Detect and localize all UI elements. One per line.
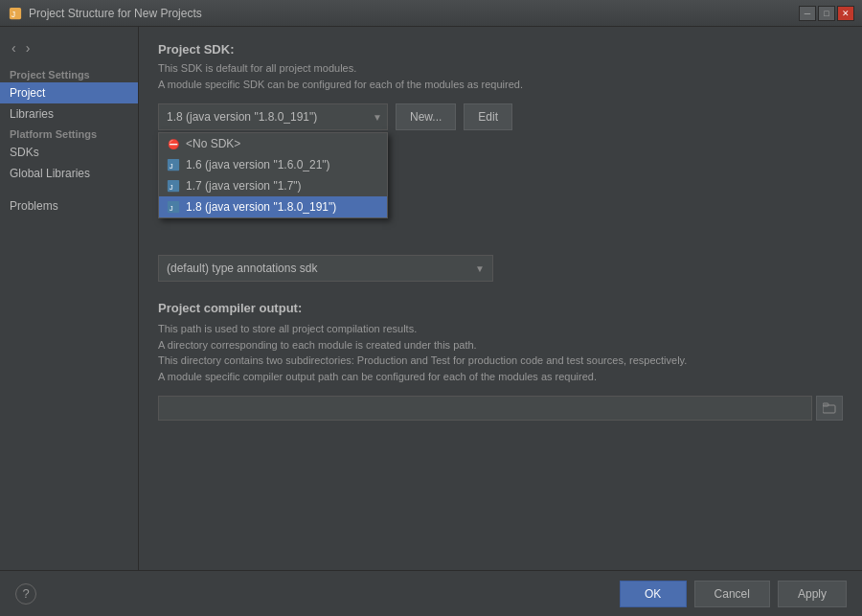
content-area: Project SDK: This SDK is default for all… [139, 27, 862, 570]
compiler-desc-3: This directory contains two subdirectori… [158, 353, 843, 369]
dropdown-arrow-icon: ▼ [373, 112, 382, 123]
close-button[interactable]: ✕ [837, 6, 854, 21]
back-button[interactable]: ‹ [8, 38, 20, 57]
browse-button[interactable] [816, 396, 843, 421]
compiler-path-input[interactable] [158, 396, 812, 421]
sdk-option-no-sdk[interactable]: ⛔ <No SDK> [159, 133, 387, 154]
compiler-desc-1: This path is used to store all project c… [158, 321, 843, 337]
dialog-buttons: OK Cancel Apply [620, 581, 847, 607]
sdk-option-16-label: 1.6 (java version "1.6.0_21") [186, 158, 330, 171]
java-18-icon: J [167, 200, 180, 214]
ok-button[interactable]: OK [620, 581, 687, 607]
sdk-option-18-label: 1.8 (java version "1.8.0_191") [186, 200, 336, 214]
nav-buttons: ‹ › [0, 34, 138, 65]
java-17-icon: J [167, 179, 180, 193]
sdk-desc-1: This SDK is default for all project modu… [158, 62, 356, 74]
compiler-desc: This path is used to store all project c… [158, 321, 843, 384]
help-button[interactable]: ? [15, 583, 36, 605]
sdk-section-title: Project SDK: [158, 42, 843, 57]
java-16-icon: J [167, 158, 180, 171]
forward-button[interactable]: › [22, 38, 34, 57]
sidebar-item-problems[interactable]: Problems [0, 195, 138, 217]
window-title: Project Structure for New Projects [29, 7, 799, 20]
title-bar: J Project Structure for New Projects ─ □… [0, 0, 862, 27]
compiler-section: Project compiler output: This path is us… [158, 301, 843, 421]
sdk-dropdown-container[interactable]: 1.8 (java version "1.8.0_191") ▼ ⛔ <No S… [158, 103, 388, 130]
sdk-option-17[interactable]: J 1.7 (java version "1.7") [159, 175, 387, 196]
compiler-section-title: Project compiler output: [158, 301, 843, 315]
sdk-option-no-sdk-label: <No SDK> [186, 137, 240, 150]
svg-text:J: J [11, 9, 15, 18]
svg-text:J: J [170, 204, 173, 213]
svg-text:J: J [170, 183, 173, 192]
sidebar: ‹ › Project Settings Project Libraries P… [0, 27, 139, 570]
sdk-desc-2: A module specific SDK can be configured … [158, 79, 523, 90]
project-settings-label: Project Settings [0, 65, 138, 82]
sdk-option-18[interactable]: J 1.8 (java version "1.8.0_191") [159, 196, 387, 217]
second-row: (default) type annotations sdk ▼ [158, 255, 843, 282]
bottom-bar: ? OK Cancel Apply [0, 570, 862, 616]
sdk-desc: This SDK is default for all project modu… [158, 60, 843, 92]
platform-settings-label: Platform Settings [0, 125, 138, 142]
sdk-selected-value: 1.8 (java version "1.8.0_191") [167, 110, 317, 124]
edit-sdk-button[interactable]: Edit [464, 103, 512, 130]
second-dropdown-value: (default) type annotations sdk [167, 262, 317, 275]
apply-button[interactable]: Apply [778, 581, 847, 607]
sdk-row: 1.8 (java version "1.8.0_191") ▼ ⛔ <No S… [158, 103, 843, 130]
no-sdk-icon: ⛔ [167, 137, 180, 150]
sdk-section: Project SDK: This SDK is default for all… [158, 42, 843, 282]
minimize-button[interactable]: ─ [799, 6, 816, 21]
cancel-button[interactable]: Cancel [694, 581, 770, 607]
new-sdk-button[interactable]: New... [396, 103, 456, 130]
sdk-dropdown-menu: ⛔ <No SDK> J 1.6 (java version "1.6.0_21… [158, 132, 388, 218]
maximize-button[interactable]: □ [818, 6, 835, 21]
sidebar-item-libraries[interactable]: Libraries [0, 103, 138, 125]
compiler-desc-4: A module specific compiler output path c… [158, 369, 843, 385]
window-controls: ─ □ ✕ [799, 6, 854, 21]
sidebar-item-sdks[interactable]: SDKs [0, 142, 138, 163]
second-dropdown[interactable]: (default) type annotations sdk ▼ [158, 255, 493, 282]
sdk-option-16[interactable]: J 1.6 (java version "1.6.0_21") [159, 154, 387, 175]
sdk-dropdown[interactable]: 1.8 (java version "1.8.0_191") ▼ [158, 103, 388, 130]
sdk-option-17-label: 1.7 (java version "1.7") [186, 179, 302, 193]
app-icon: J [8, 6, 23, 21]
svg-text:J: J [170, 162, 173, 171]
compiler-desc-2: A directory corresponding to each module… [158, 337, 843, 354]
compiler-path-row [158, 396, 843, 421]
sidebar-item-project[interactable]: Project [0, 82, 138, 103]
second-dropdown-arrow: ▼ [475, 263, 485, 274]
sidebar-item-global-libraries[interactable]: Global Libraries [0, 163, 138, 184]
